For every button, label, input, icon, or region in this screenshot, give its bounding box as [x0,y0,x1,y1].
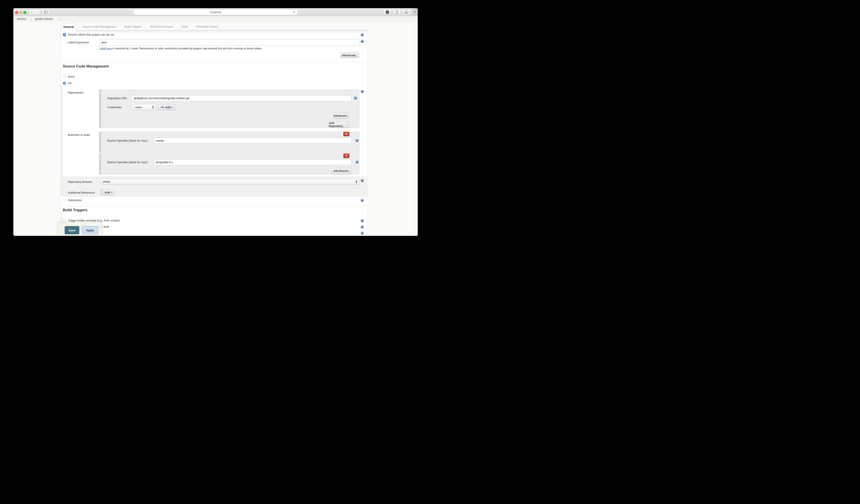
branch-specifier-label: Branch Specifier (blank for 'any') [108,139,148,142]
share-button[interactable] [393,10,400,15]
select-stepper-icon [152,106,154,109]
label-expression-input[interactable]: java [100,39,360,46]
sidebar-toggle-button[interactable] [43,10,49,15]
add-behaviour-button[interactable]: Add ▾ [102,189,114,195]
add-behaviour-label: Add [104,191,110,194]
scm-subversion-label: Subversion [68,199,82,202]
tab-source-code-management[interactable]: Source Code Management [83,23,116,30]
help-icon[interactable]: ? [361,199,364,202]
forward-icon: › [37,10,38,14]
apply-button[interactable]: Apply [82,226,98,234]
sidebar-icon [44,11,48,14]
help-icon[interactable]: ? [361,231,364,235]
repository-browser-label: Repository browser [68,180,92,184]
branch-specifier-input[interactable]: bm/gradle-5.x [154,159,352,165]
browser-window: ‹ › localhost ↻ ↓ + [13,8,418,236]
caret-down-icon: ▾ [172,106,173,108]
restrict-checkbox[interactable]: ✓ [63,33,66,36]
refresh-icon[interactable]: ↻ [293,10,296,14]
breadcrumb-project[interactable]: gradle-initializr [35,16,53,22]
close-window-button[interactable] [15,11,18,14]
build-triggers-heading: Build Triggers [63,208,87,212]
save-button[interactable]: Save [64,226,79,234]
scm-heading: Source Code Management [63,64,109,69]
branch-specifier-label: Branch Specifier (blank for 'any') [108,161,148,164]
tabbar-shade [76,30,368,33]
tab-build-environment[interactable]: Build Environment [150,23,173,30]
forward-button[interactable]: › [34,10,40,15]
tab-build[interactable]: Build [182,23,188,30]
branch-specifier-value: bm/gradle-5.x [156,161,173,164]
scrollbar-gutter[interactable] [415,22,418,236]
help-icon[interactable]: ? [354,96,357,100]
add-credentials-label: Add [165,106,171,109]
repository-url-input[interactable]: git@github.com:bmuschko/gradle-initializ… [132,95,352,101]
additional-behaviours-label: Additional Behaviours [68,191,95,194]
restrict-label: Restrict where this project can be run [68,33,114,37]
branch-specifier-input[interactable]: master [154,138,352,144]
git-extra-band: Repository browser (Auto) Additional Beh… [62,176,368,197]
help-icon[interactable]: ? [361,225,364,229]
zoom-window-button[interactable] [23,11,26,14]
plus-icon: + [414,10,416,14]
credentials-select[interactable]: - none - [131,104,156,110]
trigger-remote-label: Trigger builds remotely (e.g., from scri… [68,219,120,222]
scm-subversion-radio[interactable] [63,199,66,202]
repository-advanced-button[interactable]: Advanced... [334,113,348,119]
breadcrumb-separator-icon: ▸ [30,16,32,22]
branches-to-build-label: Branches to build [68,133,89,137]
help-icon[interactable]: ? [361,90,364,93]
scm-git-label: Git [68,82,72,85]
repository-url-label: Repository URL [108,97,127,100]
section-divider [60,62,368,63]
add-branch-button[interactable]: Add Branch [331,168,351,174]
tab-general[interactable]: General [61,23,76,30]
repository-url-value: git@github.com:bmuschko/gradle-initializ… [134,97,189,100]
downloads-button[interactable]: ↓ [384,10,391,15]
help-icon[interactable]: ? [361,179,364,182]
advanced-button[interactable]: Advanced... [340,53,359,58]
tab-overview-button[interactable] [403,10,410,15]
trigger-remote-checkbox[interactable] [63,219,66,222]
tab-post-build-actions[interactable]: Post-build Actions [196,23,218,30]
drag-handle[interactable] [99,90,101,128]
key-icon [161,106,164,108]
scm-none-label: None [68,75,75,78]
url-text: localhost [210,11,221,14]
repository-browser-value: (Auto) [103,180,110,183]
page-content: General Source Code Management Build Tri… [13,22,418,236]
check-icon: ✓ [63,33,65,36]
browser-toolbar: ‹ › localhost ↻ ↓ + [13,8,418,16]
drag-handle[interactable] [99,154,101,174]
help-icon[interactable]: ? [355,139,359,142]
repository-browser-select[interactable]: (Auto) [100,178,359,185]
delete-branch-button[interactable]: X [343,132,349,136]
help-icon[interactable]: ? [361,40,364,43]
scm-git-radio[interactable] [63,82,66,85]
label-expression-value: java [101,41,107,44]
section-indent-strip [60,86,62,196]
tab-build-triggers[interactable]: Build Triggers [125,23,142,30]
credentials-value: - none - [133,106,143,109]
breadcrumb-separator-icon: ▸ [60,16,61,22]
tabs-overview-icon [405,11,408,14]
download-icon: ↓ [386,10,389,14]
add-repository-button[interactable]: Add Repository [329,121,349,128]
scm-none-radio[interactable] [63,75,66,78]
add-credentials-button[interactable]: Add ▾ [158,104,175,110]
address-bar[interactable]: localhost ↻ [134,10,298,15]
new-tab-button[interactable]: + [413,8,418,16]
breadcrumb-jenkins[interactable]: Jenkins [17,16,26,22]
label-java-link[interactable]: Label java [99,47,112,50]
branch-chunk: X Branch Specifier (blank for 'any') mas… [99,132,359,153]
share-icon [396,10,398,14]
drag-handle[interactable] [99,132,101,153]
back-button[interactable]: ‹ [29,10,35,15]
help-icon[interactable]: ? [361,33,364,37]
select-stepper-icon [356,180,357,183]
help-icon[interactable]: ? [361,219,364,222]
help-icon[interactable]: ? [355,160,359,163]
delete-branch-button[interactable]: X [343,154,349,158]
back-icon: ‹ [31,10,32,14]
minimize-window-button[interactable] [19,11,22,14]
